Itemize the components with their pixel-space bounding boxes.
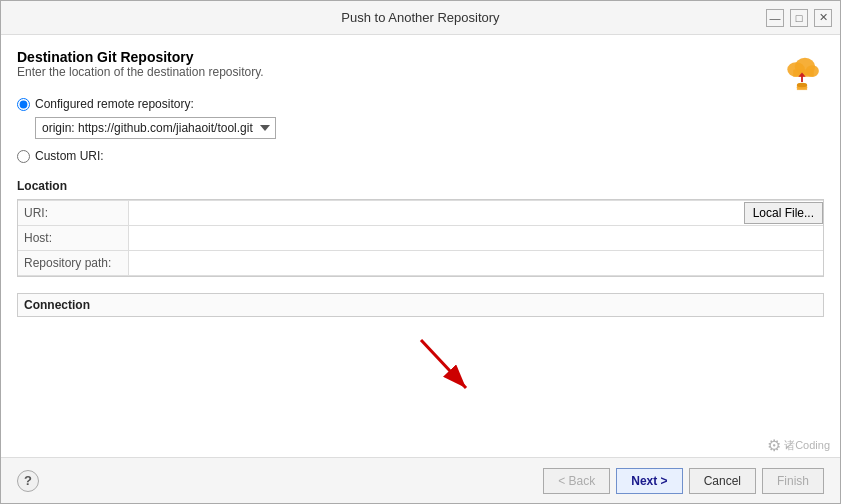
back-button[interactable]: < Back [543, 468, 610, 494]
main-content: Destination Git Repository Enter the loc… [1, 35, 840, 457]
custom-uri-radio[interactable] [17, 150, 30, 163]
subtitle-text: Enter the location of the destination re… [17, 65, 264, 79]
watermark: ⚙ 诸Coding [767, 436, 830, 455]
cloud-upload-icon [780, 49, 824, 93]
window-title: Push to Another Repository [341, 10, 499, 25]
watermark-icon: ⚙ [767, 436, 781, 455]
uri-label: URI: [18, 201, 128, 225]
repo-path-input[interactable] [128, 251, 823, 275]
svg-point-8 [797, 83, 807, 87]
footer-left: ? [17, 470, 39, 492]
local-file-button[interactable]: Local File... [744, 202, 823, 224]
svg-line-10 [421, 340, 466, 388]
repo-path-label: Repository path: [18, 251, 128, 275]
configured-remote-text: Configured remote repository: [35, 97, 194, 111]
header-row: Destination Git Repository Enter the loc… [17, 49, 824, 93]
cancel-button[interactable]: Cancel [689, 468, 756, 494]
host-field-row: Host: [18, 225, 823, 250]
red-arrow-svg [411, 330, 491, 400]
location-header: Location [17, 179, 824, 193]
watermark-text: 诸Coding [784, 438, 830, 453]
window-controls: — □ ✕ [766, 9, 832, 27]
footer: ? ⚙ 诸Coding < Back Next > Cancel Finish [1, 457, 840, 503]
host-label: Host: [18, 226, 128, 250]
location-section: Location URI: Local File... Host: Reposi… [17, 179, 824, 285]
remote-repo-select[interactable]: origin: https://github.com/jiahaoit/tool… [35, 117, 276, 139]
minimize-button[interactable]: — [766, 9, 784, 27]
next-button[interactable]: Next > [616, 468, 682, 494]
repo-path-field-row: Repository path: [18, 250, 823, 276]
custom-uri-label[interactable]: Custom URI: [17, 149, 824, 163]
main-window: Push to Another Repository — □ ✕ [0, 0, 841, 504]
custom-uri-text: Custom URI: [35, 149, 104, 163]
configured-remote-radio[interactable] [17, 98, 30, 111]
connection-section: Connection [17, 293, 824, 317]
connection-header: Connection [24, 298, 817, 312]
maximize-button[interactable]: □ [790, 9, 808, 27]
title-bar: Push to Another Repository — □ ✕ [1, 1, 840, 35]
footer-right: < Back Next > Cancel Finish [543, 468, 824, 494]
cloud-icon-container [780, 49, 824, 93]
radio-group: Configured remote repository: origin: ht… [17, 97, 824, 171]
uri-field-row: URI: Local File... [18, 200, 823, 225]
finish-button[interactable]: Finish [762, 468, 824, 494]
section-title: Destination Git Repository Enter the loc… [17, 49, 264, 93]
host-input[interactable] [128, 226, 823, 250]
dropdown-row: origin: https://github.com/jiahaoit/tool… [35, 117, 824, 139]
fields-container: URI: Local File... Host: Repository path… [17, 199, 824, 277]
uri-input[interactable] [128, 201, 740, 225]
configured-remote-label[interactable]: Configured remote repository: [17, 97, 824, 111]
arrow-indicator [411, 330, 491, 403]
section-title-text: Destination Git Repository [17, 49, 264, 65]
close-button[interactable]: ✕ [814, 9, 832, 27]
help-button[interactable]: ? [17, 470, 39, 492]
